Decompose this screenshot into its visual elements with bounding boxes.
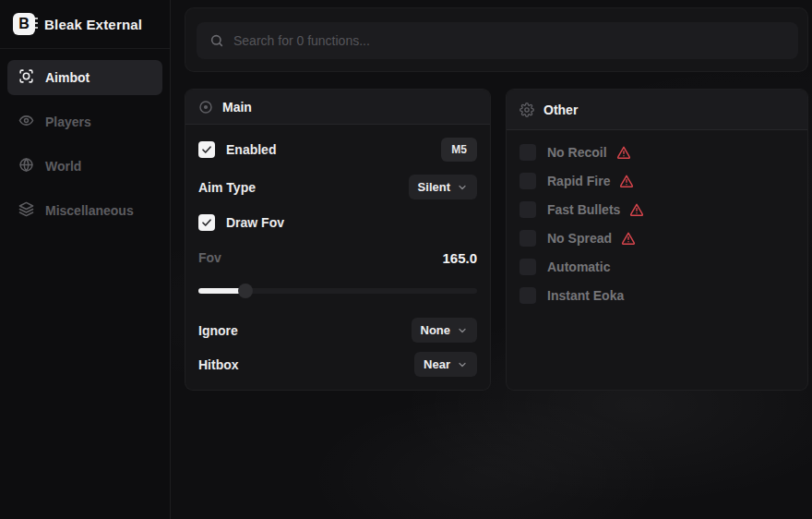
sidebar-item-miscellaneous[interactable]: Miscellaneous	[7, 193, 162, 228]
sidebar-item-label: Players	[45, 115, 91, 129]
sidebar: B Bleak External Aimbot	[0, 0, 171, 519]
toggle-label: Rapid Fire	[547, 174, 610, 188]
toggle-row: No Spread	[519, 229, 794, 247]
panel-title: Main	[222, 100, 252, 115]
enabled-row: Enabled M5	[198, 138, 477, 162]
warning-triangle-icon	[629, 202, 644, 217]
hitbox-label: Hitbox	[198, 357, 239, 372]
hitbox-dropdown[interactable]: Near	[414, 352, 477, 377]
search-box[interactable]	[197, 22, 798, 59]
other-panel-header: Other	[507, 90, 807, 130]
sidebar-item-players[interactable]: Players	[7, 104, 162, 139]
toggle-label: No Spread	[547, 231, 612, 246]
chevron-down-icon	[457, 182, 468, 193]
sidebar-item-aimbot[interactable]: Aimbot	[7, 60, 162, 95]
chevron-down-icon	[457, 359, 468, 370]
panel-title: Other	[543, 103, 578, 117]
sidebar-item-label: Aimbot	[45, 70, 90, 85]
fov-row: Fov 165.0	[198, 247, 477, 268]
main-panel-body: Enabled M5 Aim Type Silent	[185, 125, 490, 390]
toggle-row: Rapid Fire	[519, 172, 794, 190]
draw-fov-label: Draw Fov	[226, 215, 284, 230]
toggle-label: Fast Bullets	[547, 202, 620, 217]
hitbox-row: Hitbox Near	[198, 352, 477, 377]
toggle-checkbox[interactable]	[519, 259, 536, 275]
hitbox-value: Near	[424, 357, 450, 371]
toggle-label: Automatic	[547, 260, 610, 274]
toggle-label: No Recoil	[547, 145, 607, 160]
target-icon	[198, 100, 213, 115]
gear-icon	[519, 103, 534, 117]
crosshair-focus-icon	[18, 68, 34, 87]
other-panel-body: No Recoil Rapid Fire Fast Bullets	[507, 130, 807, 318]
fov-slider-row	[198, 281, 477, 301]
toggle-checkbox[interactable]	[519, 230, 536, 247]
eye-icon	[18, 113, 34, 131]
sidebar-nav: Aimbot Players	[0, 49, 170, 239]
aim-type-row: Aim Type Silent	[198, 175, 477, 199]
brand: B Bleak External	[0, 0, 170, 49]
main-panel: Main Enabled M5 Aim Type	[185, 89, 491, 391]
aim-type-dropdown[interactable]: Silent	[409, 175, 477, 199]
toggle-checkbox[interactable]	[519, 287, 536, 304]
fov-value: 165.0	[442, 250, 477, 266]
sidebar-item-label: Miscellaneous	[45, 203, 134, 218]
chevron-down-icon	[457, 325, 468, 336]
app-title: Bleak External	[44, 17, 142, 32]
app-logo-icon: B	[13, 13, 35, 35]
toggle-row: No Recoil	[519, 143, 794, 162]
fov-slider-thumb[interactable]	[238, 284, 253, 298]
toggle-checkbox[interactable]	[519, 173, 536, 189]
app-window: B Bleak External Aimbot	[0, 0, 812, 519]
enabled-label: Enabled	[226, 142, 276, 157]
aim-type-value: Silent	[418, 180, 450, 194]
toggle-checkbox[interactable]	[519, 201, 536, 218]
globe-icon	[18, 157, 34, 175]
enabled-keybind-button[interactable]: M5	[441, 138, 477, 162]
toggle-label: Instant Eoka	[547, 288, 624, 303]
toggle-row: Fast Bullets	[519, 200, 794, 219]
layers-icon	[18, 201, 34, 220]
toggle-row: Automatic	[519, 258, 794, 276]
toggle-checkbox[interactable]	[519, 144, 536, 161]
search-container	[185, 7, 808, 72]
fov-label: Fov	[198, 250, 221, 265]
panels: Main Enabled M5 Aim Type	[185, 89, 808, 391]
aim-type-label: Aim Type	[198, 180, 256, 195]
sidebar-item-world[interactable]: World	[7, 149, 162, 184]
other-panel: Other No Recoil Rapid Fire Fast Bullets	[506, 89, 808, 391]
draw-fov-row: Draw Fov	[198, 212, 477, 233]
enabled-checkbox[interactable]	[198, 141, 215, 158]
search-icon	[209, 33, 224, 48]
ignore-label: Ignore	[198, 323, 238, 338]
search-input[interactable]	[233, 33, 785, 48]
draw-fov-checkbox[interactable]	[198, 214, 215, 231]
ignore-value: None	[421, 323, 451, 337]
main-panel-header: Main	[185, 90, 490, 125]
fov-slider[interactable]	[198, 288, 477, 294]
content-area: Main Enabled M5 Aim Type	[171, 0, 812, 519]
warning-triangle-icon	[616, 145, 631, 160]
warning-triangle-icon	[621, 231, 636, 246]
toggle-row: Instant Eoka	[519, 286, 794, 305]
sidebar-item-label: World	[45, 159, 81, 174]
ignore-dropdown[interactable]: None	[412, 318, 478, 343]
warning-triangle-icon	[619, 174, 634, 188]
ignore-row: Ignore None	[198, 318, 477, 343]
